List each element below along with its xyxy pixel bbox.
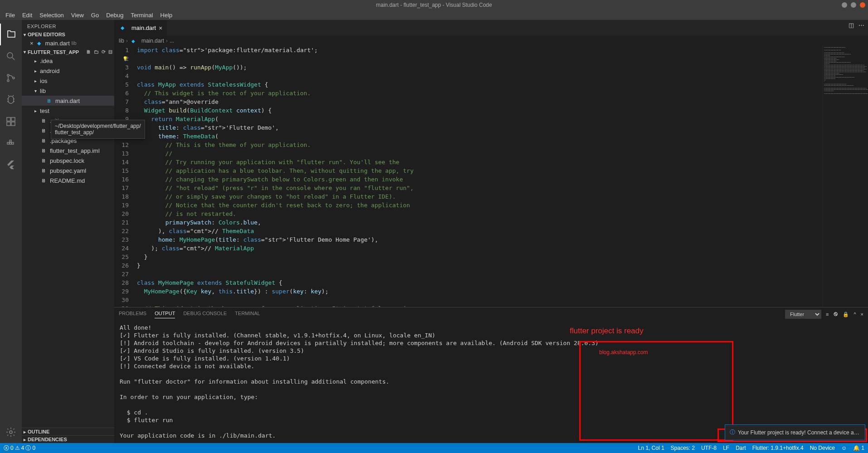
tree-item-test[interactable]: ▸test [22,106,114,116]
tree-item-label: .idea [40,58,53,64]
open-editor-dir: lib [72,40,77,46]
chevron-icon: ▸ [34,78,40,83]
status-cursor[interactable]: Ln 1, Col 1 [638,445,664,451]
explorer-icon[interactable] [0,24,22,45]
extensions-icon[interactable] [0,111,22,132]
menu-file[interactable]: File [2,11,19,19]
activity-bar [0,20,22,443]
outline-header[interactable]: ▸ OUTLINE [22,428,114,435]
tree-item-pubspec-lock[interactable]: 🗎pubspec.lock [22,156,114,166]
open-editor-item[interactable]: × ◆ main.dart lib [22,38,114,48]
open-editor-name: main.dart [45,40,70,47]
project-label: FLUTTER_TEST_APP [28,49,79,55]
menu-debug[interactable]: Debug [102,11,127,19]
toast-notification[interactable]: ⓘ Your Flutter project is ready! Connect… [725,424,865,440]
tooltip-line1: ~/Desktop/development/flutter_app/ [55,123,141,129]
file-icon: 🗎 [40,137,47,144]
split-editor-icon[interactable]: ◫ [849,22,854,29]
editor-tab[interactable]: ◆ main.dart × [114,20,167,36]
docker-icon[interactable] [0,132,22,154]
maximize-button[interactable] [851,2,856,8]
status-feedback[interactable]: ☺ [841,445,847,451]
svg-rect-10 [12,142,14,144]
file-icon: 🗎 [40,157,47,164]
status-device[interactable]: No Device [810,445,835,451]
new-file-icon[interactable]: 🗎 [86,49,91,55]
tree-item-pubspec-yaml[interactable]: 🗎pubspec.yaml [22,166,114,175]
panel-tabs: PROBLEMS OUTPUT DEBUG CONSOLE TERMINAL F… [114,307,868,321]
debug-icon[interactable] [0,89,22,111]
close-tab-icon[interactable]: × [159,24,162,32]
tree-item-flutter_test_app-iml[interactable]: 🗎flutter_test_app.iml [22,146,114,156]
tab-label: main.dart [131,24,156,31]
menu-edit[interactable]: Edit [19,11,36,19]
dependencies-header[interactable]: ▸ DEPENDENCIES [22,435,114,443]
maximize-panel-icon[interactable]: ^ [853,312,856,317]
file-icon: 🗎 [40,147,47,154]
flutter-icon[interactable] [0,154,22,176]
menu-selection[interactable]: Selection [36,11,67,19]
dart-file-icon: ◆ [35,39,43,47]
more-icon[interactable]: ⋯ [858,22,864,29]
svg-point-0 [7,53,13,58]
crumb-lib[interactable]: lib [119,38,124,44]
close-icon[interactable]: × [30,40,34,47]
tree-item-lib[interactable]: ▾lib [22,86,114,96]
tree-item-android[interactable]: ▸android [22,66,114,76]
tree-item-label: test [40,107,49,114]
crumb-more[interactable]: ... [170,38,174,44]
tree-item--idea[interactable]: ▸.idea [22,56,114,66]
status-flutter[interactable]: Flutter: 1.9.1+hotfix.4 [752,445,804,451]
tree-item-ios[interactable]: ▸ios [22,76,114,86]
tree-item-main-dart[interactable]: 🗎main.dart [22,96,114,106]
status-encoding[interactable]: UTF-8 [701,445,717,451]
sidebar: EXPLORER ▾ OPEN EDITORS × ◆ main.dart li… [22,20,114,443]
filter-icon[interactable]: ≡ [826,312,829,317]
menu-help[interactable]: Help [157,11,176,19]
svg-rect-8 [7,142,9,144]
open-editors-header[interactable]: ▾ OPEN EDITORS [22,31,114,38]
chevron-right-icon: ▸ [24,429,26,434]
status-eol[interactable]: LF [723,445,729,451]
chevron-right-icon: ▸ [24,437,26,442]
annotation-ready: flutter project is ready [570,326,644,336]
error-icon: ⓧ [4,444,9,452]
output-channel-select[interactable]: Flutter [785,310,821,319]
menu-terminal[interactable]: Terminal [127,11,156,19]
source-control-icon[interactable] [0,67,22,89]
code-editor[interactable]: 12💡3456789101112131415161718192021222324… [114,46,868,307]
file-icon: 🗎 [40,177,47,184]
menu-view[interactable]: View [68,11,87,19]
breadcrumb[interactable]: lib › ◆ main.dart › ... [114,36,868,46]
close-button[interactable] [860,2,865,8]
minimize-button[interactable] [842,2,847,8]
tooltip-line2: flutter_test_app/ [55,129,141,136]
refresh-icon[interactable]: ⟳ [102,49,106,55]
menubar: File Edit Selection View Go Debug Termin… [0,10,868,20]
status-spaces[interactable]: Spaces: 2 [671,445,695,451]
status-notifications[interactable]: 🔔1 [853,445,864,451]
clear-output-icon[interactable]: 🛇 [833,312,838,317]
project-header[interactable]: ▾ FLUTTER_TEST_APP 🗎 🗀 ⟳ ⊟ [22,48,114,56]
new-folder-icon[interactable]: 🗀 [94,49,99,55]
lightbulb-icon[interactable]: 💡 [122,54,128,63]
panel-tab-debug-console[interactable]: DEBUG CONSOLE [183,311,227,318]
close-panel-icon[interactable]: × [861,312,863,317]
settings-icon[interactable] [0,421,22,443]
menu-go[interactable]: Go [87,11,102,19]
editor-area: ◫ ⋯ ◆ main.dart × lib › ◆ main.dart › ..… [114,20,868,443]
crumb-file[interactable]: main.dart [141,38,164,44]
tree-item-label: pubspec.lock [50,157,84,164]
minimap[interactable]: ▪▪▪▪▪▪▪▪▪▪▪▪▪▪▪▪▪▪▪▪▪▪▪▪▪▪▪▪▪▪▪▪▪▪▪▪▪▪▪ … [823,46,868,307]
dart-file-icon: ◆ [130,37,137,44]
status-language[interactable]: Dart [736,445,746,451]
panel-tab-terminal[interactable]: TERMINAL [235,311,260,318]
tree-item-README-md[interactable]: 🗎README.md [22,175,114,185]
tree-item-label: lib [40,88,46,94]
status-errors[interactable]: ⓧ0 ⚠4 ⓘ0 [4,444,35,452]
panel-tab-problems[interactable]: PROBLEMS [119,311,146,318]
lock-scroll-icon[interactable]: 🔒 [843,312,849,317]
panel-tab-output[interactable]: OUTPUT [155,311,175,318]
collapse-icon[interactable]: ⊟ [108,49,112,55]
search-icon[interactable] [0,45,22,67]
